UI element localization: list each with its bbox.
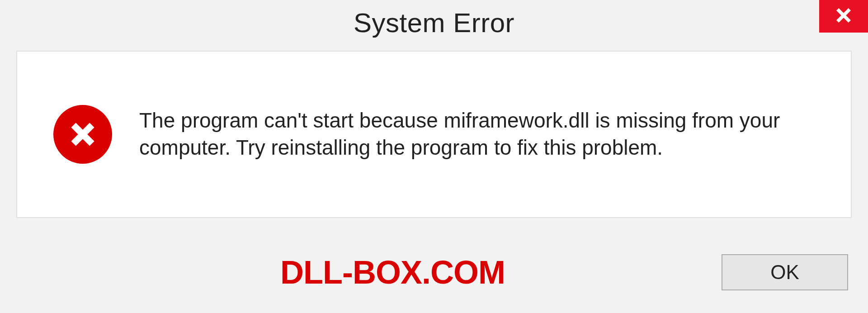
ok-button[interactable]: OK [722, 254, 848, 290]
error-message: The program can't start because miframew… [139, 107, 815, 161]
error-dialog: System Error The program can't start bec… [0, 0, 868, 313]
watermark-text: DLL-BOX.COM [280, 254, 505, 291]
titlebar: System Error [0, 0, 868, 45]
close-button[interactable] [819, 0, 868, 33]
error-icon [53, 105, 112, 164]
dialog-title: System Error [354, 7, 514, 38]
close-icon [835, 6, 853, 26]
dialog-footer: DLL-BOX.COM OK [0, 232, 868, 313]
message-panel: The program can't start because miframew… [16, 51, 852, 218]
